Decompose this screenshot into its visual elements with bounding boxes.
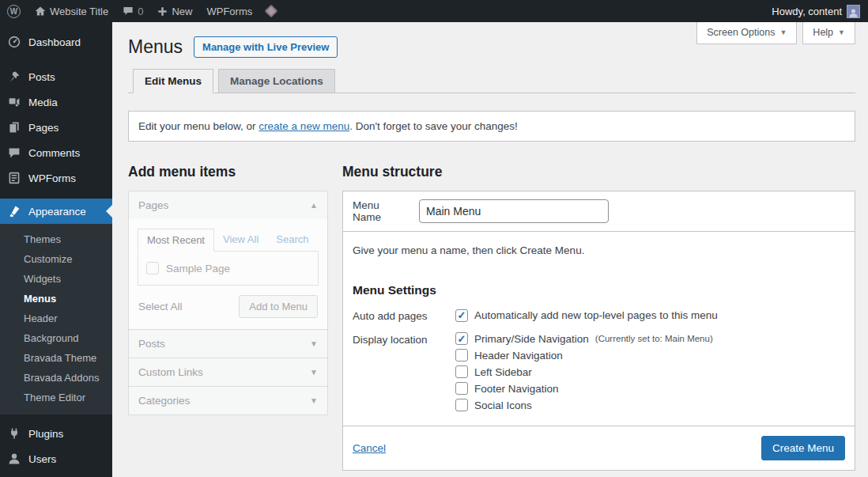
add-menu-items-heading: Add menu items xyxy=(128,164,328,180)
comments-link[interactable]: 0 xyxy=(115,0,150,22)
menus-tabs: Edit Menus Manage Locations xyxy=(128,69,855,93)
primary-side-navigation-checkbox[interactable] xyxy=(455,332,468,345)
chevron-up-icon: ▲ xyxy=(310,201,318,210)
sidebar-item-label: Plugins xyxy=(28,428,63,440)
location-option-social: Social Icons xyxy=(455,399,713,411)
menu-name-label: Menu Name xyxy=(353,199,409,223)
chevron-down-icon: ▼ xyxy=(779,28,787,36)
pin-icon xyxy=(7,70,21,83)
new-label: New xyxy=(172,6,192,17)
location-option-primary: Primary/Side Navigation (Currently set t… xyxy=(455,332,713,345)
submenu-item-customize[interactable]: Customize xyxy=(0,249,112,269)
chevron-down-icon: ▼ xyxy=(310,339,318,348)
select-all-link[interactable]: Select All xyxy=(138,301,183,312)
current-menu-note: (Currently set to: Main Menu) xyxy=(595,334,713,343)
submenu-item-menus[interactable]: Menus xyxy=(0,289,112,309)
submenu-item-background[interactable]: Background xyxy=(0,328,112,348)
main-content: Screen Options ▼ Help ▼ Menus Manage wit… xyxy=(112,22,868,477)
diamond-icon xyxy=(265,5,278,18)
categories-accordion-title: Categories xyxy=(138,395,190,407)
menu-name-input[interactable] xyxy=(419,199,609,223)
location-option-footer: Footer Navigation xyxy=(455,382,713,395)
auto-add-pages-checkbox[interactable] xyxy=(455,309,468,322)
user-icon xyxy=(7,452,21,465)
submenu-item-themes[interactable]: Themes xyxy=(0,229,112,249)
site-name-label: Website Title xyxy=(50,6,108,17)
submenu-item-theme-editor[interactable]: Theme Editor xyxy=(0,388,112,407)
page-title: Menus xyxy=(128,36,183,58)
site-name-link[interactable]: Website Title xyxy=(28,0,115,22)
howdy-label[interactable]: Howdy, content xyxy=(772,6,842,17)
sidebar-item-comments[interactable]: Comments xyxy=(0,140,112,165)
pages-accordion-header[interactable]: Pages ▲ xyxy=(129,191,327,219)
tab-view-all[interactable]: View All xyxy=(214,229,267,251)
sidebar-item-appearance[interactable]: Appearance xyxy=(0,199,112,224)
admin-bar: W Website Title 0 New WPForms Howdy, con… xyxy=(0,0,868,22)
location-label: Header Navigation xyxy=(474,350,563,362)
submenu-item-widgets[interactable]: Widgets xyxy=(0,269,112,289)
sidebar-item-posts[interactable]: Posts xyxy=(0,64,112,89)
footer-navigation-checkbox[interactable] xyxy=(455,382,468,395)
cancel-link[interactable]: Cancel xyxy=(353,442,386,454)
create-menu-button[interactable]: Create Menu xyxy=(761,436,845,460)
appearance-brush-icon xyxy=(7,205,21,218)
user-avatar[interactable] xyxy=(847,5,860,18)
sidebar-item-plugins[interactable]: Plugins xyxy=(0,421,112,446)
categories-accordion-header[interactable]: Categories ▼ xyxy=(129,387,327,415)
dashboard-icon xyxy=(7,36,21,48)
wpforms-diamond-icon[interactable] xyxy=(259,0,283,22)
custom-links-accordion-header[interactable]: Custom Links ▼ xyxy=(129,358,327,386)
admin-sidebar: Dashboard Posts Media Pages Comments WPF… xyxy=(0,22,112,477)
create-new-menu-link[interactable]: create a new menu xyxy=(259,120,349,132)
plus-icon xyxy=(157,6,168,17)
custom-links-accordion-title: Custom Links xyxy=(138,366,203,378)
tab-edit-menus[interactable]: Edit Menus xyxy=(133,69,213,93)
submenu-item-bravada-addons[interactable]: Bravada Addons xyxy=(0,368,112,388)
submenu-item-bravada-theme[interactable]: Bravada Theme xyxy=(0,348,112,368)
pages-accordion-title: Pages xyxy=(138,199,168,211)
comments-icon xyxy=(7,146,21,159)
left-sidebar-checkbox[interactable] xyxy=(455,365,468,378)
wordpress-logo-icon: W xyxy=(7,5,21,18)
sample-page-checkbox[interactable] xyxy=(146,262,159,274)
help-button[interactable]: Help ▼ xyxy=(802,22,855,44)
sidebar-item-wpforms[interactable]: WPForms xyxy=(0,165,112,191)
chevron-down-icon: ▼ xyxy=(838,28,845,36)
edit-menu-notice: Edit your menu below, or create a new me… xyxy=(128,111,855,142)
tab-manage-locations[interactable]: Manage Locations xyxy=(218,69,335,93)
tab-search[interactable]: Search xyxy=(267,229,317,251)
wp-logo-button[interactable]: W xyxy=(0,0,28,22)
plugin-icon xyxy=(7,427,21,440)
wpforms-label: WPForms xyxy=(206,6,252,17)
display-location-label: Display location xyxy=(353,332,455,411)
sidebar-item-users[interactable]: Users xyxy=(0,446,112,471)
location-option-header: Header Navigation xyxy=(455,349,713,362)
sidebar-item-media[interactable]: Media xyxy=(0,89,112,115)
location-label: Left Sidebar xyxy=(474,366,532,378)
pages-accordion: Pages ▲ Most Recent View All Search Samp… xyxy=(128,191,328,330)
auto-add-pages-text: Automatically add new top-level pages to… xyxy=(474,309,718,321)
wpforms-adminbar-link[interactable]: WPForms xyxy=(199,0,259,22)
sidebar-item-dashboard[interactable]: Dashboard xyxy=(0,29,112,55)
menu-structure-box: Menu Name Give your menu a name, then cl… xyxy=(342,191,855,471)
screen-options-label: Screen Options xyxy=(707,27,775,38)
social-icons-checkbox[interactable] xyxy=(455,399,468,411)
sidebar-item-tools[interactable]: Tools xyxy=(0,471,112,477)
menu-structure-heading: Menu structure xyxy=(342,164,855,180)
sidebar-item-pages[interactable]: Pages xyxy=(0,115,112,140)
appearance-submenu: Themes Customize Widgets Menus Header Ba… xyxy=(0,224,112,415)
location-option-left-sidebar: Left Sidebar xyxy=(455,365,713,378)
wpforms-icon xyxy=(7,172,21,184)
manage-with-live-preview-button[interactable]: Manage with Live Preview xyxy=(194,36,338,58)
screen-options-button[interactable]: Screen Options ▼ xyxy=(696,22,797,44)
submenu-item-header[interactable]: Header xyxy=(0,309,112,328)
tab-most-recent[interactable]: Most Recent xyxy=(138,229,214,252)
menu-helper-text: Give your menu a name, then click Create… xyxy=(353,244,845,256)
sidebar-item-label: Appearance xyxy=(28,206,86,218)
header-navigation-checkbox[interactable] xyxy=(455,349,468,362)
media-icon xyxy=(7,96,21,108)
new-content-button[interactable]: New xyxy=(150,0,199,22)
add-to-menu-button[interactable]: Add to Menu xyxy=(239,295,318,318)
pages-inner-tabs: Most Recent View All Search xyxy=(138,229,319,251)
posts-accordion-header[interactable]: Posts ▼ xyxy=(129,330,327,358)
